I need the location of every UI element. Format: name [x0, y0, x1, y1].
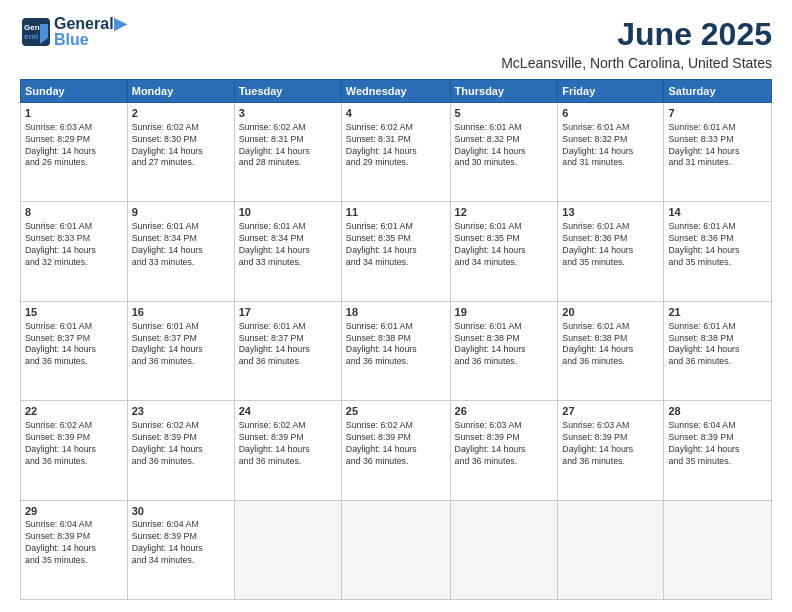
day-number: 17: [239, 305, 337, 320]
day-number: 5: [455, 106, 554, 121]
day-number: 27: [562, 404, 659, 419]
col-header-wednesday: Wednesday: [341, 80, 450, 103]
day-number: 21: [668, 305, 767, 320]
day-info: Sunrise: 6:01 AM Sunset: 8:33 PM Dayligh…: [25, 221, 123, 269]
day-info: Sunrise: 6:01 AM Sunset: 8:35 PM Dayligh…: [455, 221, 554, 269]
day-number: 25: [346, 404, 446, 419]
day-cell: 12Sunrise: 6:01 AM Sunset: 8:35 PM Dayli…: [450, 202, 558, 301]
day-cell: [341, 500, 450, 599]
day-number: 2: [132, 106, 230, 121]
day-cell: 6Sunrise: 6:01 AM Sunset: 8:32 PM Daylig…: [558, 103, 664, 202]
header: Gen eral General▶ Blue June 2025 McLeans…: [20, 16, 772, 71]
subtitle: McLeansville, North Carolina, United Sta…: [501, 55, 772, 71]
day-info: Sunrise: 6:01 AM Sunset: 8:33 PM Dayligh…: [668, 122, 767, 170]
day-info: Sunrise: 6:01 AM Sunset: 8:37 PM Dayligh…: [239, 321, 337, 369]
day-number: 20: [562, 305, 659, 320]
day-cell: [558, 500, 664, 599]
day-cell: 7Sunrise: 6:01 AM Sunset: 8:33 PM Daylig…: [664, 103, 772, 202]
day-cell: 21Sunrise: 6:01 AM Sunset: 8:38 PM Dayli…: [664, 301, 772, 400]
day-number: 26: [455, 404, 554, 419]
day-info: Sunrise: 6:01 AM Sunset: 8:37 PM Dayligh…: [132, 321, 230, 369]
day-number: 4: [346, 106, 446, 121]
day-cell: 23Sunrise: 6:02 AM Sunset: 8:39 PM Dayli…: [127, 401, 234, 500]
calendar-body: 1Sunrise: 6:03 AM Sunset: 8:29 PM Daylig…: [21, 103, 772, 600]
day-info: Sunrise: 6:02 AM Sunset: 8:39 PM Dayligh…: [132, 420, 230, 468]
day-info: Sunrise: 6:01 AM Sunset: 8:38 PM Dayligh…: [668, 321, 767, 369]
day-number: 23: [132, 404, 230, 419]
svg-text:Gen: Gen: [24, 23, 40, 32]
day-cell: 29Sunrise: 6:04 AM Sunset: 8:39 PM Dayli…: [21, 500, 128, 599]
day-number: 16: [132, 305, 230, 320]
day-number: 15: [25, 305, 123, 320]
day-cell: 28Sunrise: 6:04 AM Sunset: 8:39 PM Dayli…: [664, 401, 772, 500]
day-number: 8: [25, 205, 123, 220]
day-number: 11: [346, 205, 446, 220]
day-cell: 2Sunrise: 6:02 AM Sunset: 8:30 PM Daylig…: [127, 103, 234, 202]
day-info: Sunrise: 6:04 AM Sunset: 8:39 PM Dayligh…: [25, 519, 123, 567]
day-number: 6: [562, 106, 659, 121]
day-cell: 18Sunrise: 6:01 AM Sunset: 8:38 PM Dayli…: [341, 301, 450, 400]
logo-blue: Blue: [54, 32, 126, 48]
day-info: Sunrise: 6:02 AM Sunset: 8:31 PM Dayligh…: [239, 122, 337, 170]
calendar-table: SundayMondayTuesdayWednesdayThursdayFrid…: [20, 79, 772, 600]
day-number: 14: [668, 205, 767, 220]
day-cell: 22Sunrise: 6:02 AM Sunset: 8:39 PM Dayli…: [21, 401, 128, 500]
day-info: Sunrise: 6:01 AM Sunset: 8:36 PM Dayligh…: [668, 221, 767, 269]
day-cell: 13Sunrise: 6:01 AM Sunset: 8:36 PM Dayli…: [558, 202, 664, 301]
day-info: Sunrise: 6:02 AM Sunset: 8:39 PM Dayligh…: [25, 420, 123, 468]
day-info: Sunrise: 6:02 AM Sunset: 8:30 PM Dayligh…: [132, 122, 230, 170]
day-number: 29: [25, 504, 123, 519]
day-info: Sunrise: 6:01 AM Sunset: 8:38 PM Dayligh…: [346, 321, 446, 369]
day-cell: 25Sunrise: 6:02 AM Sunset: 8:39 PM Dayli…: [341, 401, 450, 500]
week-row-3: 15Sunrise: 6:01 AM Sunset: 8:37 PM Dayli…: [21, 301, 772, 400]
week-row-2: 8Sunrise: 6:01 AM Sunset: 8:33 PM Daylig…: [21, 202, 772, 301]
week-row-1: 1Sunrise: 6:03 AM Sunset: 8:29 PM Daylig…: [21, 103, 772, 202]
col-header-tuesday: Tuesday: [234, 80, 341, 103]
header-row: SundayMondayTuesdayWednesdayThursdayFrid…: [21, 80, 772, 103]
day-info: Sunrise: 6:02 AM Sunset: 8:39 PM Dayligh…: [346, 420, 446, 468]
day-number: 9: [132, 205, 230, 220]
day-info: Sunrise: 6:01 AM Sunset: 8:38 PM Dayligh…: [455, 321, 554, 369]
col-header-sunday: Sunday: [21, 80, 128, 103]
day-number: 28: [668, 404, 767, 419]
day-cell: 24Sunrise: 6:02 AM Sunset: 8:39 PM Dayli…: [234, 401, 341, 500]
day-info: Sunrise: 6:01 AM Sunset: 8:32 PM Dayligh…: [455, 122, 554, 170]
day-info: Sunrise: 6:04 AM Sunset: 8:39 PM Dayligh…: [132, 519, 230, 567]
day-cell: 10Sunrise: 6:01 AM Sunset: 8:34 PM Dayli…: [234, 202, 341, 301]
col-header-saturday: Saturday: [664, 80, 772, 103]
day-cell: 15Sunrise: 6:01 AM Sunset: 8:37 PM Dayli…: [21, 301, 128, 400]
day-info: Sunrise: 6:01 AM Sunset: 8:36 PM Dayligh…: [562, 221, 659, 269]
title-block: June 2025 McLeansville, North Carolina, …: [501, 16, 772, 71]
day-number: 18: [346, 305, 446, 320]
day-info: Sunrise: 6:02 AM Sunset: 8:31 PM Dayligh…: [346, 122, 446, 170]
logo-icon: Gen eral: [20, 16, 52, 48]
day-number: 19: [455, 305, 554, 320]
day-cell: 14Sunrise: 6:01 AM Sunset: 8:36 PM Dayli…: [664, 202, 772, 301]
main-title: June 2025: [501, 16, 772, 53]
day-number: 13: [562, 205, 659, 220]
calendar-header: SundayMondayTuesdayWednesdayThursdayFrid…: [21, 80, 772, 103]
day-cell: 8Sunrise: 6:01 AM Sunset: 8:33 PM Daylig…: [21, 202, 128, 301]
day-info: Sunrise: 6:01 AM Sunset: 8:35 PM Dayligh…: [346, 221, 446, 269]
day-cell: 1Sunrise: 6:03 AM Sunset: 8:29 PM Daylig…: [21, 103, 128, 202]
day-number: 1: [25, 106, 123, 121]
day-cell: 16Sunrise: 6:01 AM Sunset: 8:37 PM Dayli…: [127, 301, 234, 400]
logo-text: General▶: [54, 16, 126, 32]
day-number: 10: [239, 205, 337, 220]
day-cell: 11Sunrise: 6:01 AM Sunset: 8:35 PM Dayli…: [341, 202, 450, 301]
day-cell: [234, 500, 341, 599]
day-cell: 4Sunrise: 6:02 AM Sunset: 8:31 PM Daylig…: [341, 103, 450, 202]
day-info: Sunrise: 6:02 AM Sunset: 8:39 PM Dayligh…: [239, 420, 337, 468]
week-row-5: 29Sunrise: 6:04 AM Sunset: 8:39 PM Dayli…: [21, 500, 772, 599]
day-cell: 30Sunrise: 6:04 AM Sunset: 8:39 PM Dayli…: [127, 500, 234, 599]
logo: Gen eral General▶ Blue: [20, 16, 126, 48]
day-number: 3: [239, 106, 337, 121]
day-cell: 17Sunrise: 6:01 AM Sunset: 8:37 PM Dayli…: [234, 301, 341, 400]
day-cell: 3Sunrise: 6:02 AM Sunset: 8:31 PM Daylig…: [234, 103, 341, 202]
day-info: Sunrise: 6:01 AM Sunset: 8:32 PM Dayligh…: [562, 122, 659, 170]
page: Gen eral General▶ Blue June 2025 McLeans…: [0, 0, 792, 612]
day-info: Sunrise: 6:01 AM Sunset: 8:38 PM Dayligh…: [562, 321, 659, 369]
day-number: 30: [132, 504, 230, 519]
day-cell: [450, 500, 558, 599]
day-cell: 27Sunrise: 6:03 AM Sunset: 8:39 PM Dayli…: [558, 401, 664, 500]
